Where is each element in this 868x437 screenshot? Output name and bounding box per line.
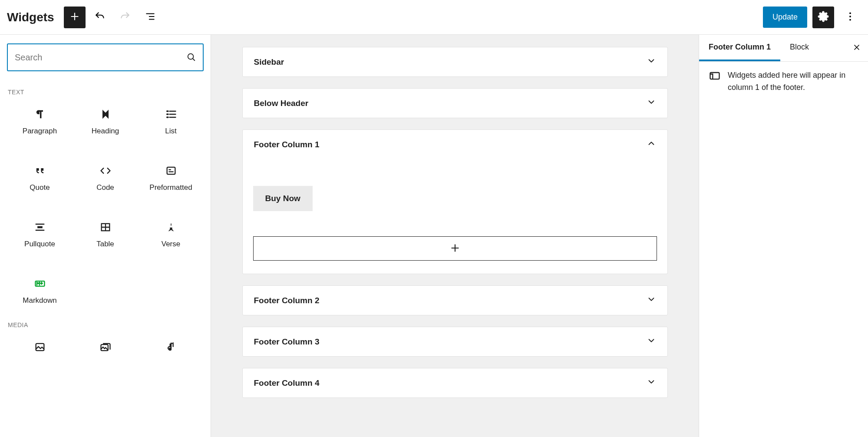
block-type-label: Code: [96, 183, 114, 192]
chevron-down-icon: [647, 377, 656, 389]
section-label-text: TEXT: [8, 89, 204, 96]
update-button[interactable]: Update: [763, 7, 807, 28]
block-type-label: Preformatted: [149, 183, 192, 192]
markdown-icon: [33, 277, 46, 290]
more-vertical-icon: [845, 11, 856, 23]
more-options-button[interactable]: [839, 7, 861, 28]
search-icon: [186, 52, 196, 63]
redo-button[interactable]: [114, 7, 136, 28]
list-view-button[interactable]: [139, 7, 161, 28]
widget-area-body: Buy Now: [243, 159, 667, 274]
block-type-markdown[interactable]: Markdown: [7, 273, 73, 309]
widget-area-icon: [709, 70, 721, 94]
close-icon: [852, 46, 861, 53]
redo-icon: [119, 11, 131, 23]
block-type-image[interactable]: [7, 336, 73, 358]
search-field-wrapper[interactable]: [7, 43, 204, 71]
sidebar-tabs: Footer Column 1 Block: [699, 35, 868, 62]
widget-area-header[interactable]: Sidebar: [243, 47, 667, 76]
sidebar-close-button[interactable]: [845, 43, 868, 53]
widget-area-header[interactable]: Below Header: [243, 89, 667, 118]
block-type-heading[interactable]: Heading: [73, 103, 138, 140]
gear-icon: [818, 11, 829, 23]
block-type-label: List: [165, 127, 176, 136]
search-input[interactable]: [15, 53, 186, 63]
quote-icon: [33, 164, 46, 177]
block-type-label: Markdown: [23, 296, 56, 305]
list-view-icon: [145, 11, 156, 23]
sidebar-area-description: Widgets added here will appear in column…: [728, 70, 858, 94]
verse-icon: [165, 221, 178, 234]
block-inserter-panel: TEXT ParagraphHeadingListQuoteCodePrefor…: [0, 35, 211, 437]
topbar: Widgets Update: [0, 0, 868, 35]
preformatted-icon: [165, 164, 178, 177]
audio-icon: [165, 341, 178, 354]
widget-area-below-header: Below Header: [242, 88, 668, 118]
block-type-label: Table: [96, 240, 114, 248]
block-type-label: Pullquote: [24, 240, 55, 248]
image-icon: [33, 341, 46, 354]
widget-area-title: Footer Column 3: [254, 337, 320, 347]
chevron-down-icon: [647, 97, 656, 109]
undo-icon: [94, 11, 106, 23]
block-type-quote[interactable]: Quote: [7, 160, 73, 196]
paragraph-icon: [33, 108, 46, 121]
widget-area-title: Sidebar: [254, 57, 284, 67]
widget-area-header[interactable]: Footer Column 1: [243, 130, 667, 159]
widgets-canvas: SidebarBelow HeaderFooter Column 1Buy No…: [211, 35, 699, 437]
chevron-down-icon: [647, 56, 656, 68]
settings-button[interactable]: [812, 7, 834, 28]
widget-area-footer-column-4: Footer Column 4: [242, 368, 668, 398]
button-block[interactable]: Buy Now: [253, 186, 313, 211]
block-type-table[interactable]: Table: [73, 216, 138, 253]
widget-area-title: Footer Column 2: [254, 296, 320, 305]
widget-area-header[interactable]: Footer Column 3: [243, 327, 667, 356]
widget-area-title: Footer Column 1: [254, 140, 320, 149]
list-icon: [165, 108, 178, 121]
block-type-audio[interactable]: [138, 336, 204, 358]
code-icon: [99, 164, 112, 177]
undo-button[interactable]: [89, 7, 111, 28]
plus-icon: [69, 11, 80, 23]
sidebar-tab-area[interactable]: Footer Column 1: [699, 35, 780, 61]
widget-area-title: Footer Column 4: [254, 378, 320, 388]
block-type-pullquote[interactable]: Pullquote: [7, 216, 73, 253]
widget-area-title: Below Header: [254, 99, 309, 108]
chevron-up-icon: [647, 139, 656, 150]
widget-area-footer-column-1: Footer Column 1Buy Now: [242, 129, 668, 274]
table-icon: [99, 221, 112, 234]
plus-icon: [449, 242, 461, 255]
block-type-label: Quote: [30, 183, 50, 192]
block-type-label: Paragraph: [23, 127, 57, 136]
sidebar-tab-block[interactable]: Block: [780, 35, 818, 61]
gallery-icon: [99, 341, 112, 354]
block-type-gallery[interactable]: [73, 336, 138, 358]
widget-area-sidebar: Sidebar: [242, 47, 668, 77]
block-type-list[interactable]: List: [138, 103, 204, 140]
chevron-down-icon: [647, 336, 656, 348]
block-type-label: Heading: [92, 127, 119, 136]
block-type-verse[interactable]: Verse: [138, 216, 204, 253]
block-type-paragraph[interactable]: Paragraph: [7, 103, 73, 140]
settings-sidebar: Footer Column 1 Block Widgets added here…: [699, 35, 868, 437]
widget-area-header[interactable]: Footer Column 2: [243, 286, 667, 315]
page-title: Widgets: [7, 10, 54, 24]
widget-area-footer-column-2: Footer Column 2: [242, 285, 668, 315]
heading-icon: [99, 108, 112, 121]
block-type-label: Verse: [162, 240, 180, 248]
section-label-media: MEDIA: [8, 321, 204, 328]
pullquote-icon: [33, 221, 46, 234]
block-type-code[interactable]: Code: [73, 160, 138, 196]
block-type-preformatted[interactable]: Preformatted: [138, 160, 204, 196]
chevron-down-icon: [647, 295, 656, 306]
block-appender[interactable]: [253, 236, 657, 261]
widget-area-footer-column-3: Footer Column 3: [242, 327, 668, 357]
widget-area-header[interactable]: Footer Column 4: [243, 368, 667, 397]
add-block-button[interactable]: [64, 7, 86, 28]
